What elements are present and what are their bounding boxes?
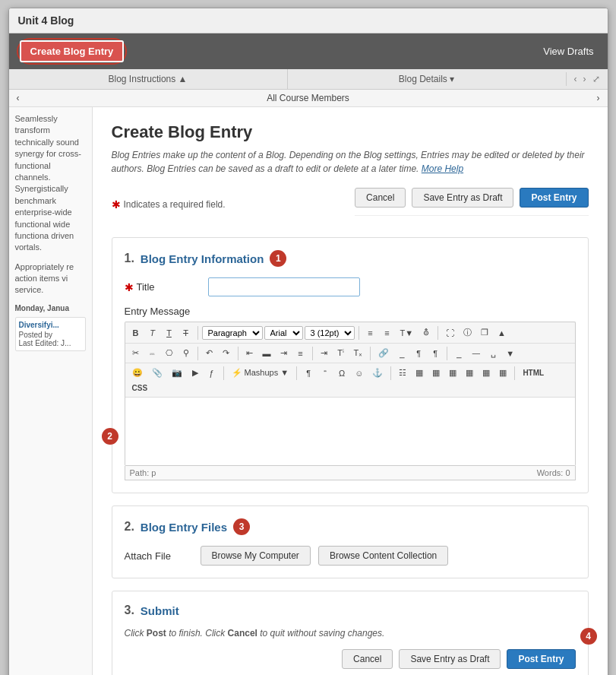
rte-footer: Path: p Words: 0 [125, 466, 576, 480]
para-button[interactable]: ¶ [428, 347, 443, 360]
content-area: Seamlessly transform technically sound s… [9, 107, 608, 675]
toolbar-sep-8 [447, 347, 447, 360]
superscript-button[interactable]: Tⁱ [333, 346, 349, 360]
info-button[interactable]: ⓘ [460, 325, 475, 341]
anchor2-button[interactable]: ⚓ [368, 366, 387, 380]
table-props-button[interactable]: ▦ [479, 366, 494, 380]
nav-right-small[interactable]: › [596, 93, 599, 103]
ol-button[interactable]: ≡ [380, 326, 395, 340]
toolbar-sep-4 [197, 347, 198, 360]
more-btn[interactable]: ▼ [502, 347, 518, 360]
del-table-button[interactable]: ▦ [495, 366, 510, 380]
toolbar-sep-7 [370, 347, 371, 360]
underline-button[interactable]: T [162, 326, 177, 340]
align-left-button[interactable]: ⇤ [242, 346, 257, 360]
required-notice: ✱ Indicates a required field. [112, 198, 226, 211]
title-label: ✱ Title [125, 281, 201, 293]
section-blog-entry-files: 2. Blog Entry Files 3 Attach File Browse… [112, 505, 589, 578]
blog-instructions-tab[interactable]: Blog Instructions ▲ [9, 69, 288, 89]
cancel-button-top[interactable]: Cancel [355, 188, 406, 208]
col-button[interactable]: ▦ [412, 366, 427, 380]
mashups-button[interactable]: ⚡ Mashups ▼ [228, 366, 293, 380]
course-members-label: All Course Members [267, 93, 349, 103]
section2-title: Blog Entry Files [141, 521, 227, 534]
indent-button[interactable]: ⇥ [317, 346, 332, 360]
bold-button[interactable]: B [128, 326, 144, 340]
post-entry-button-bottom[interactable]: Post Entry [507, 649, 575, 669]
browse-computer-button[interactable]: Browse My Computer [201, 546, 311, 566]
section1-header: 1. Blog Entry Information 1 [125, 250, 576, 267]
unlink-button[interactable]: ⎯ [394, 347, 409, 360]
cut-button[interactable]: ✂ [128, 346, 144, 360]
fullscreen-button[interactable]: ⛶ [442, 326, 458, 340]
post-entry-button-top[interactable]: Post Entry [520, 188, 588, 208]
browse-collection-button[interactable]: Browse Content Collection [318, 546, 448, 566]
align-right-button[interactable]: ⇥ [276, 346, 292, 360]
rte-editor[interactable] [125, 398, 576, 466]
view-drafts-button[interactable]: View Drafts [537, 42, 599, 61]
para-mark-button[interactable]: ¶ [301, 366, 316, 380]
css-button[interactable]: CSS [128, 382, 152, 395]
br-button[interactable]: ⸻ [468, 347, 484, 360]
sidebar: Seamlessly transform technically sound s… [9, 107, 93, 675]
font-select[interactable]: Arial [264, 326, 303, 340]
save-draft-button-top[interactable]: Save Entry as Draft [412, 188, 513, 208]
italic-button[interactable]: T [145, 326, 160, 340]
toolbar-sep-5 [238, 347, 239, 360]
table-button[interactable]: ☷ [395, 366, 410, 380]
nav-left-small[interactable]: ‹ [17, 93, 20, 103]
sidebar-body-text2: Appropriately re action items vi service… [15, 261, 86, 296]
anchor-button[interactable]: ¶ [411, 347, 426, 360]
redo-button[interactable]: ↷ [219, 346, 234, 360]
html-button[interactable]: HTML [519, 366, 548, 379]
collapse-button[interactable]: ▲ [494, 326, 510, 340]
section3-number: 3. [125, 604, 134, 617]
blockquote-button[interactable]: “ [317, 366, 333, 380]
split-button[interactable]: ▦ [462, 366, 477, 380]
cancel-button-bottom[interactable]: Cancel [342, 649, 393, 669]
text-color-button[interactable]: T▼ [396, 326, 418, 340]
strikethrough-button[interactable]: T [178, 326, 194, 340]
expand-button[interactable]: ❐ [477, 325, 492, 340]
row-button[interactable]: ▦ [428, 366, 444, 380]
align-center-button[interactable]: ▬ [259, 347, 275, 360]
toolbar-sep-1 [197, 326, 198, 340]
align-justify-button[interactable]: ≡ [293, 347, 308, 360]
create-blog-circle: Create Blog Entry [17, 38, 128, 65]
media-button[interactable]: ▶ [188, 366, 203, 380]
annotation-badge-4: 4 [580, 628, 597, 645]
copy-button[interactable]: ⎓ [145, 347, 160, 360]
image-button[interactable]: 📷 [168, 366, 186, 380]
subscript-button[interactable]: Tₓ [350, 346, 367, 360]
size-select[interactable]: 3 (12pt) [305, 326, 355, 340]
nav-expand-icon[interactable]: ⤢ [589, 72, 603, 86]
emoticon-button[interactable]: ☺ [351, 366, 367, 380]
nav-left-arrow[interactable]: ‹ [571, 72, 580, 86]
formula-button[interactable]: ƒ [204, 366, 220, 380]
link-button[interactable]: 🔗 [374, 346, 393, 360]
toolbar-row-1: B T T T Paragraph Arial [125, 322, 575, 344]
blog-details-tab[interactable]: Blog Details ▾ [288, 69, 566, 89]
find-button[interactable]: ⚲ [178, 346, 194, 360]
ul-button[interactable]: ≡ [363, 326, 378, 340]
paste-button[interactable]: ⎔ [162, 346, 177, 360]
page-description: Blog Entries make up the content of a Bl… [112, 148, 589, 176]
create-blog-button[interactable]: Create Blog Entry [20, 40, 125, 62]
hr-button[interactable]: ⎯ [451, 347, 466, 360]
highlight-button[interactable]: ⛢ [419, 325, 434, 340]
emoji-button[interactable]: 😀 [128, 366, 147, 380]
undo-button[interactable]: ↶ [202, 346, 217, 360]
nav-right-arrow[interactable]: › [580, 72, 589, 86]
sidebar-entry-title: Diversifyi... [19, 321, 82, 329]
save-draft-button-bottom[interactable]: Save Entry as Draft [399, 649, 501, 669]
toolbar-sep-9 [223, 366, 224, 380]
more-help-link[interactable]: More Help [422, 163, 463, 174]
special-char-button[interactable]: Ω [334, 366, 349, 380]
required-asterisk: ✱ [112, 198, 121, 211]
title-bar: Unit 4 Blog [9, 8, 608, 33]
title-input[interactable] [208, 277, 360, 296]
attach-button[interactable]: 📎 [148, 366, 166, 380]
nbsp-button[interactable]: ␣ [485, 346, 501, 360]
merge-button[interactable]: ▦ [445, 366, 460, 380]
format-select[interactable]: Paragraph [202, 326, 263, 340]
